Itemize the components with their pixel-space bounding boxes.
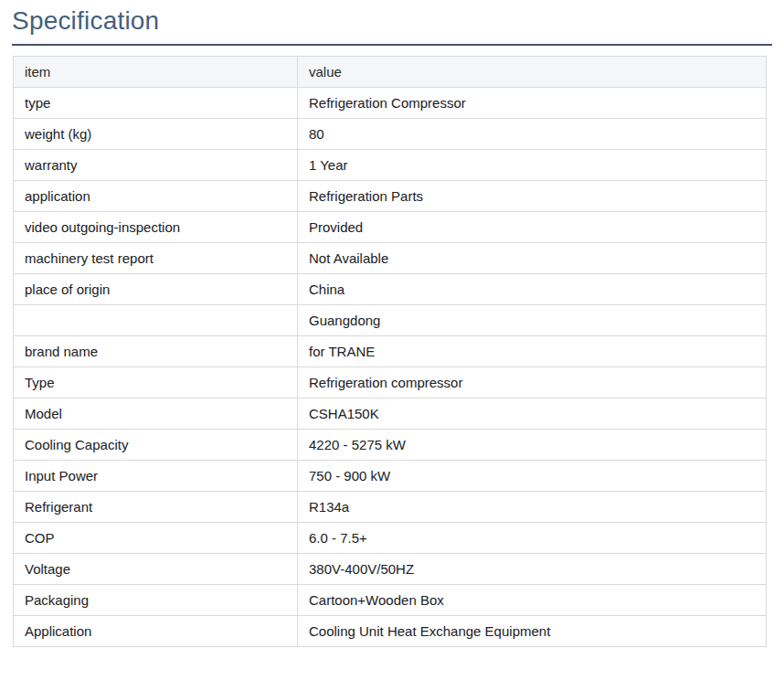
table-row: weight (kg) 80 (14, 119, 767, 150)
spec-value-cell: 80 (298, 119, 767, 150)
spec-item-cell: Packaging (14, 585, 298, 616)
column-header-item: item (14, 57, 298, 88)
spec-item-cell: Type (14, 367, 298, 398)
column-header-value: value (298, 57, 767, 88)
spec-value-cell: Refrigeration Parts (298, 181, 767, 212)
spec-value-cell: 1 Year (298, 150, 767, 181)
spec-item-cell: Refrigerant (14, 492, 298, 523)
spec-item-cell (14, 305, 298, 336)
spec-item-cell: brand name (14, 336, 298, 367)
table-row: type Refrigeration Compressor (14, 88, 767, 119)
spec-item-cell: machinery test report (14, 243, 298, 274)
table-row: COP 6.0 - 7.5+ (14, 523, 767, 554)
spec-item-cell: weight (kg) (14, 119, 298, 150)
table-row: video outgoing-inspection Provided (14, 212, 767, 243)
table-row: place of origin China (14, 274, 767, 305)
spec-value-cell: 750 - 900 kW (298, 461, 767, 492)
table-row: machinery test report Not Available (14, 243, 767, 274)
title-underline (12, 44, 772, 46)
spec-item-cell: place of origin (14, 274, 298, 305)
spec-value-cell: 380V-400V/50HZ (298, 554, 767, 585)
spec-value-cell: R134a (298, 492, 767, 523)
spec-value-cell: CSHA150K (298, 398, 767, 430)
table-row: Input Power 750 - 900 kW (14, 461, 767, 492)
table-header-row: item value (14, 57, 767, 88)
spec-value-cell: Cooling Unit Heat Exchange Equipment (298, 616, 767, 647)
specification-section: Specification item value type Refrigerat… (0, 0, 784, 647)
spec-value-cell: for TRANE (298, 336, 767, 367)
table-row: Refrigerant R134a (14, 492, 767, 523)
spec-value-cell: 6.0 - 7.5+ (298, 523, 767, 554)
spec-value-cell: Cartoon+Wooden Box (298, 585, 767, 616)
spec-value-cell: 4220 - 5275 kW (298, 430, 767, 461)
page-title: Specification (12, 0, 772, 44)
table-row: Type Refrigeration compressor (14, 367, 767, 398)
spec-item-cell: type (14, 88, 298, 119)
spec-value-cell: Guangdong (298, 305, 767, 336)
table-row: brand name for TRANE (14, 336, 767, 367)
spec-item-cell: COP (14, 523, 298, 554)
spec-value-cell: China (298, 274, 767, 305)
spec-item-cell: application (14, 181, 298, 212)
spec-item-cell: video outgoing-inspection (14, 212, 298, 243)
table-row: Model CSHA150K (14, 398, 767, 430)
spec-item-cell: Voltage (14, 554, 298, 585)
spec-value-cell: Refrigeration compressor (298, 367, 767, 398)
spec-value-cell: Refrigeration Compressor (298, 88, 767, 119)
spec-item-cell: warranty (14, 150, 298, 181)
table-row: warranty 1 Year (14, 150, 767, 181)
spec-item-cell: Cooling Capacity (14, 430, 298, 461)
spec-item-cell: Application (14, 616, 298, 647)
spec-item-cell: Input Power (14, 461, 298, 492)
spec-value-cell: Provided (298, 212, 767, 243)
table-row: application Refrigeration Parts (14, 181, 767, 212)
table-row: Guangdong (14, 305, 767, 336)
spec-item-cell: Model (14, 398, 298, 430)
spec-value-cell: Not Available (298, 243, 767, 274)
table-row: Voltage 380V-400V/50HZ (14, 554, 767, 585)
table-row: Cooling Capacity 4220 - 5275 kW (14, 430, 767, 461)
specification-table: item value type Refrigeration Compressor… (13, 56, 767, 647)
table-row: Application Cooling Unit Heat Exchange E… (14, 616, 767, 647)
table-row: Packaging Cartoon+Wooden Box (14, 585, 767, 616)
